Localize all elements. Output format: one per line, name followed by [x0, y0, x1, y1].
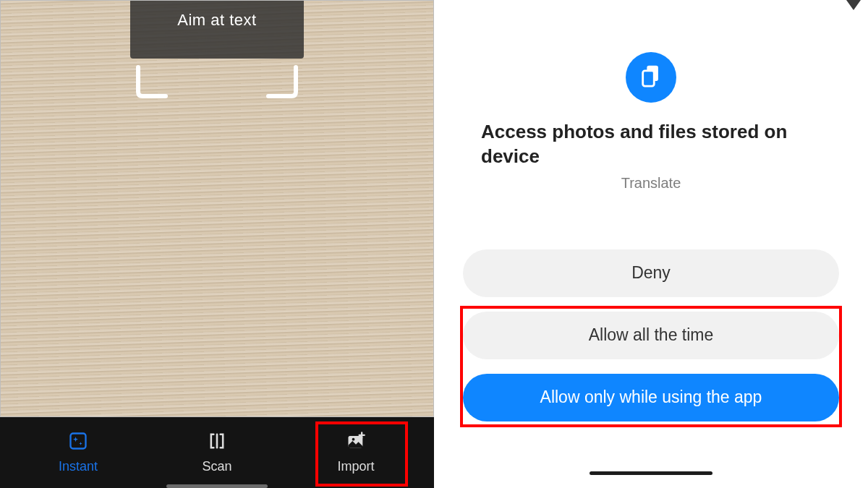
status-notch-icon	[846, 0, 861, 10]
aim-banner: Aim at text	[130, 1, 304, 59]
gesture-bar[interactable]	[166, 484, 268, 488]
viewfinder-corners-icon	[132, 64, 302, 100]
permission-buttons-group: Deny Allow all the time Allow only while…	[463, 249, 839, 421]
nav-instant[interactable]: Instant	[9, 421, 148, 484]
deny-button[interactable]: Deny	[463, 249, 839, 297]
svg-rect-0	[71, 434, 86, 449]
bottom-nav: Instant Scan Import	[0, 417, 434, 488]
button-label: Deny	[631, 263, 671, 283]
nav-scan[interactable]: Scan	[148, 421, 286, 484]
aim-banner-text: Aim at text	[177, 11, 256, 29]
scan-bracket-icon	[207, 431, 227, 455]
app-icon	[626, 52, 676, 103]
copy-document-icon	[639, 64, 663, 91]
camera-viewport: Aim at text	[0, 0, 434, 417]
svg-rect-5	[643, 71, 655, 86]
nav-label: Instant	[59, 459, 98, 474]
permission-title: Access photos and files stored on device	[481, 120, 821, 169]
scan-app-panel: Aim at text Instant	[0, 0, 434, 488]
sparkle-icon	[68, 431, 88, 455]
permission-subtitle: Translate	[621, 175, 681, 192]
gesture-bar[interactable]	[590, 471, 712, 475]
permission-dialog-panel: Access photos and files stored on device…	[434, 0, 868, 488]
annotation-highlight-allow	[460, 306, 842, 427]
nav-label: Scan	[202, 459, 231, 474]
annotation-highlight-import	[315, 421, 408, 487]
